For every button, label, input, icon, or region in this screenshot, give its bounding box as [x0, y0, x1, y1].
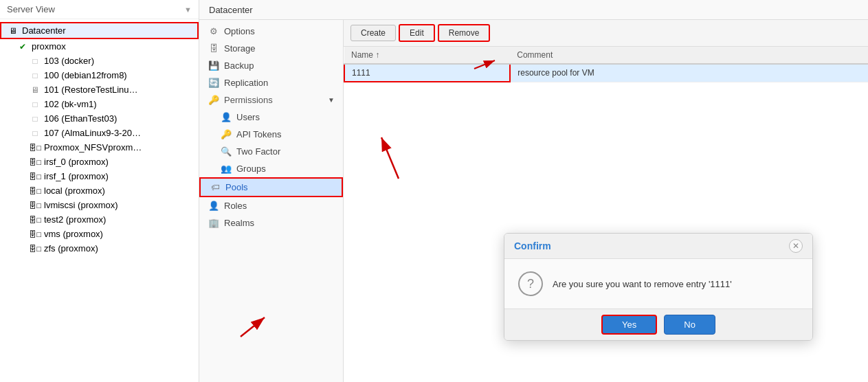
storage-icon: 🗄□ [29, 157, 41, 167]
sidebar-item-107[interactable]: □ 107 (AlmaLinux9-3-20… [0, 126, 199, 140]
confirm-no-button[interactable]: No [664, 315, 715, 335]
nav-options[interactable]: ⚙ Options [199, 23, 343, 40]
nav-pools[interactable]: 🏷 Pools [199, 177, 343, 197]
question-icon: ? [518, 271, 543, 296]
options-icon: ⚙ [208, 26, 220, 36]
left-nav: ⚙ Options 🗄 Storage 💾 Backup 🔄 [199, 20, 344, 382]
remove-button[interactable]: Remove [438, 24, 491, 42]
sidebar-item-100[interactable]: □ 100 (debian12from8) [0, 68, 199, 82]
sidebar-item-test2[interactable]: 🗄□ test2 (proxmox) [0, 212, 199, 227]
permissions-icon: 🔑 [208, 95, 220, 105]
realms-icon: 🏢 [208, 218, 220, 228]
nav-label: Groups [236, 164, 266, 174]
modal-body: ? Are you sure you want to remove entry … [504, 259, 812, 308]
storage-icon: 🗄□ [29, 201, 41, 210]
backup-icon: 💾 [208, 60, 220, 71]
sidebar-item-label: irsf_1 (proxmox) [44, 171, 109, 181]
sidebar-tree: 🖥 Datacenter ✔ proxmox □ 103 (docker) □ [0, 19, 199, 382]
nav-label: Pools [225, 182, 248, 192]
nav-groups[interactable]: 👥 Groups [199, 160, 343, 177]
nav-label: API Tokens [236, 129, 282, 139]
nav-two-factor[interactable]: 🔍 Two Factor [199, 143, 343, 160]
sidebar-item-label: 101 (RestoreTestLinu… [44, 85, 138, 95]
sidebar-item-103[interactable]: □ 103 (docker) [0, 54, 199, 68]
chevron-down-icon: ▼ [328, 96, 335, 104]
sidebar-item-label: 102 (bk-vm1) [44, 99, 97, 109]
sidebar: Server View ▼ 🖥 Datacenter ✔ proxmox [0, 0, 199, 382]
sidebar-item-lvmiscsi[interactable]: 🗄□ lvmiscsi (proxmox) [0, 198, 199, 212]
nav-permissions[interactable]: 🔑 Permissions ▼ [199, 91, 343, 109]
sidebar-item-106[interactable]: □ 106 (EthanTest03) [0, 111, 199, 126]
sidebar-item-datacenter[interactable]: 🖥 Datacenter [0, 22, 199, 39]
replication-icon: 🔄 [208, 78, 220, 88]
sidebar-item-nfs[interactable]: 🗄□ Proxmox_NFSVproxm… [0, 140, 199, 155]
sidebar-item-label: test2 (proxmox) [44, 214, 106, 225]
col-comment: Comment [510, 47, 868, 64]
nav-users[interactable]: 👤 Users [199, 109, 343, 126]
sidebar-item-label: 107 (AlmaLinux9-3-20… [44, 128, 141, 138]
vm-icon: □ [29, 114, 41, 124]
sidebar-item-label: irsf_0 (proxmox) [44, 157, 109, 167]
table-row[interactable]: 1111 resource pool for VM [344, 64, 868, 82]
sidebar-item-101[interactable]: 🖥 101 (RestoreTestLinu… [0, 82, 199, 97]
col-name[interactable]: Name ↑ [344, 47, 510, 64]
vm-icon: □ [29, 128, 41, 138]
create-button[interactable]: Create [350, 25, 396, 41]
modal-footer: Yes No [504, 308, 812, 340]
datacenter-icon: 🖥 [7, 26, 19, 36]
nav-label: Two Factor [236, 146, 280, 157]
sidebar-item-vms[interactable]: 🗄□ vms (proxmox) [0, 227, 199, 241]
nav-label: Storage [224, 43, 256, 54]
sidebar-item-zfs[interactable]: 🗄□ zfs (proxmox) [0, 241, 199, 256]
sidebar-title: Server View [7, 4, 55, 14]
api-tokens-icon: 🔑 [220, 129, 232, 139]
sidebar-item-label: Proxmox_NFSVproxm… [44, 142, 142, 153]
sidebar-item-label: proxmox [32, 41, 66, 52]
storage-icon: 🗄□ [29, 229, 41, 239]
vm-icon: □ [29, 71, 41, 80]
sidebar-item-label: 103 (docker) [44, 56, 94, 66]
content-header: Datacenter [199, 0, 868, 20]
sidebar-item-102[interactable]: □ 102 (bk-vm1) [0, 97, 199, 111]
storage-icon: 🗄□ [29, 186, 41, 196]
pools-icon: 🏷 [209, 182, 221, 192]
sidebar-header: Server View ▼ [0, 0, 199, 19]
sidebar-item-irsf1[interactable]: 🗄□ irsf_1 (proxmox) [0, 169, 199, 183]
sidebar-item-local[interactable]: 🗄□ local (proxmox) [0, 183, 199, 198]
storage-icon: 🗄□ [29, 215, 41, 225]
sidebar-item-proxmox[interactable]: ✔ proxmox [0, 39, 199, 54]
nav-storage[interactable]: 🗄 Storage [199, 40, 343, 57]
confirm-modal: Confirm ✕ ? Are you sure you want to rem… [531, 260, 841, 368]
nav-label: Permissions [224, 95, 273, 105]
modal-close-button[interactable]: ✕ [789, 239, 803, 253]
vm-icon: □ [29, 100, 41, 109]
sidebar-item-irsf0[interactable]: 🗄□ irsf_0 (proxmox) [0, 155, 199, 169]
sidebar-item-label: local (proxmox) [44, 186, 105, 196]
storage-icon: 🗄□ [29, 172, 41, 181]
vm-icon: □ [29, 56, 41, 66]
edit-button[interactable]: Edit [399, 24, 435, 42]
two-factor-icon: 🔍 [220, 146, 232, 157]
modal-header: Confirm ✕ [504, 234, 812, 259]
users-icon: 👤 [220, 112, 232, 122]
groups-icon: 👥 [220, 164, 232, 174]
modal-message: Are you sure you want to remove entry '1… [553, 279, 732, 289]
nav-replication[interactable]: 🔄 Replication [199, 74, 343, 91]
storage-icon: 🗄 [208, 43, 220, 54]
modal-title: Confirm [514, 240, 551, 251]
sidebar-chevron[interactable]: ▼ [184, 5, 192, 14]
pool-name: 1111 [344, 64, 510, 82]
nav-backup[interactable]: 💾 Backup [199, 57, 343, 74]
nav-label: Backup [224, 60, 254, 71]
nav-label: Realms [224, 218, 254, 228]
sidebar-item-label: Datacenter [22, 25, 66, 36]
confirm-yes-button[interactable]: Yes [601, 315, 657, 335]
sidebar-item-label: 100 (debian12from8) [44, 70, 127, 80]
pool-comment: resource pool for VM [510, 64, 868, 82]
sidebar-item-label: zfs (proxmox) [44, 243, 98, 254]
page-title: Datacenter [209, 5, 253, 15]
nav-roles[interactable]: 👤 Roles [199, 197, 343, 214]
nav-api-tokens[interactable]: 🔑 API Tokens [199, 126, 343, 143]
sidebar-item-label: lvmiscsi (proxmox) [44, 200, 118, 210]
nav-realms[interactable]: 🏢 Realms [199, 214, 343, 232]
